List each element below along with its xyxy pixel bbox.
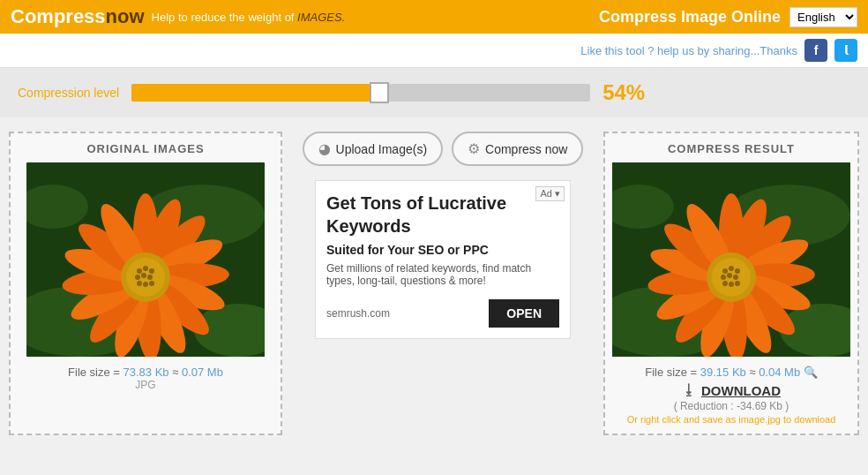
ad-domain: semrush.com — [326, 307, 390, 320]
compress-icon: ⚙ — [468, 140, 480, 157]
social-text: Like this tool ? help us by sharing...Th… — [580, 44, 797, 57]
svg-point-25 — [149, 268, 154, 274]
result-file-size-mb[interactable]: 0.04 Mb — [759, 366, 800, 379]
twitter-icon[interactable]: 𝗹 — [834, 39, 857, 62]
download-icon: ⭳ — [682, 382, 696, 398]
ad-subheadline: Suited for Your SEO or PPC — [326, 243, 559, 257]
original-panel: ORIGINAL IMAGES — [9, 132, 282, 435]
result-image-preview — [612, 162, 850, 357]
svg-point-29 — [137, 281, 142, 286]
header-left: Compressnow Help to reduce the weight of… — [11, 5, 345, 28]
file-size-mb[interactable]: 0.07 Mb — [182, 366, 223, 379]
svg-point-63 — [735, 281, 740, 286]
original-file-info: File size = 73.83 Kb ≈ 0.07 Mb — [68, 366, 223, 379]
svg-point-61 — [722, 281, 728, 286]
language-select[interactable]: English French Spanish — [789, 7, 857, 27]
result-panel: COMPRESS RESULT — [603, 132, 859, 435]
compression-label: Compression level — [18, 86, 119, 100]
file-type: JPG — [135, 379, 155, 391]
compression-section: Compression level 54% — [0, 68, 868, 117]
facebook-icon[interactable]: f — [804, 39, 827, 62]
main-content: ORIGINAL IMAGES — [0, 117, 868, 449]
svg-point-23 — [137, 268, 142, 274]
search-icon[interactable]: 🔍 — [804, 366, 818, 379]
svg-point-57 — [735, 268, 740, 274]
tagline: Help to reduce the weight of IMAGES. — [152, 11, 346, 24]
result-file-info: File size = 39.15 Kb ≈ 0.04 Mb 🔍 — [645, 366, 818, 379]
result-approx-symbol: ≈ — [746, 366, 759, 379]
original-panel-title: ORIGINAL IMAGES — [86, 142, 204, 155]
tagline-prefix: Help to reduce the weight of — [152, 11, 298, 24]
download-button[interactable]: ⭳ DOWNLOAD — [682, 382, 781, 398]
svg-point-62 — [729, 282, 734, 287]
result-file-size-kb[interactable]: 39.15 Kb — [700, 366, 746, 379]
svg-point-58 — [721, 275, 726, 280]
svg-point-28 — [147, 275, 153, 280]
ad-open-button[interactable]: OPEN — [489, 299, 559, 328]
result-flower-svg — [612, 162, 850, 357]
upload-button[interactable]: ◕ Upload Image(s) — [303, 132, 444, 166]
compression-percent: 54% — [602, 80, 645, 105]
result-panel-title: COMPRESS RESULT — [668, 142, 795, 155]
compress-button[interactable]: ⚙ Compress now — [452, 132, 583, 166]
upload-icon: ◕ — [318, 140, 331, 157]
download-label: DOWNLOAD — [701, 383, 781, 398]
svg-point-55 — [722, 268, 728, 274]
svg-point-56 — [729, 266, 734, 271]
header: Compressnow Help to reduce the weight of… — [0, 0, 868, 34]
svg-point-59 — [727, 273, 732, 278]
approx-symbol: ≈ — [169, 366, 182, 379]
reduction-text: ( Reduction : -34.69 Kb ) — [674, 400, 789, 412]
header-right: Compress Image Online English French Spa… — [599, 7, 857, 27]
social-bar: Like this tool ? help us by sharing...Th… — [0, 34, 868, 68]
compress-label: Compress now — [485, 142, 567, 156]
file-size-kb[interactable]: 73.83 Kb — [123, 366, 169, 379]
slider-thumb[interactable] — [370, 82, 389, 103]
upload-label: Upload Image(s) — [336, 142, 428, 156]
rightclick-hint: Or right click and save as image.jpg to … — [627, 414, 836, 425]
svg-point-27 — [141, 273, 146, 278]
ad-box: Ad ▾ Get Tons of Lucrative Keywords Suit… — [315, 180, 571, 339]
svg-point-60 — [733, 275, 738, 280]
tagline-em: IMAGES. — [297, 11, 345, 24]
svg-point-30 — [143, 282, 148, 287]
result-file-size-label: File size = — [645, 366, 700, 379]
logo-now-text: now — [106, 5, 145, 27]
svg-point-31 — [149, 281, 154, 286]
ad-body-text: Get millions of related keywords, find m… — [326, 262, 559, 287]
original-image-preview — [26, 162, 265, 357]
logo-compress-text: Compress — [11, 5, 106, 27]
ad-footer: semrush.com OPEN — [326, 299, 559, 328]
svg-point-26 — [135, 275, 140, 280]
file-size-label: File size = — [68, 366, 123, 379]
ad-headline: Get Tons of Lucrative Keywords — [326, 192, 559, 238]
middle-panel: ◕ Upload Image(s) ⚙ Compress now Ad ▾ Ge… — [282, 132, 603, 435]
original-flower-svg — [26, 162, 265, 357]
ad-badge[interactable]: Ad ▾ — [535, 186, 565, 201]
svg-point-24 — [143, 266, 148, 271]
logo: Compressnow — [11, 5, 145, 28]
slider-fill — [131, 84, 379, 102]
button-row: ◕ Upload Image(s) ⚙ Compress now — [303, 132, 584, 166]
compression-slider[interactable] — [131, 84, 590, 102]
header-title: Compress Image Online — [599, 8, 781, 26]
